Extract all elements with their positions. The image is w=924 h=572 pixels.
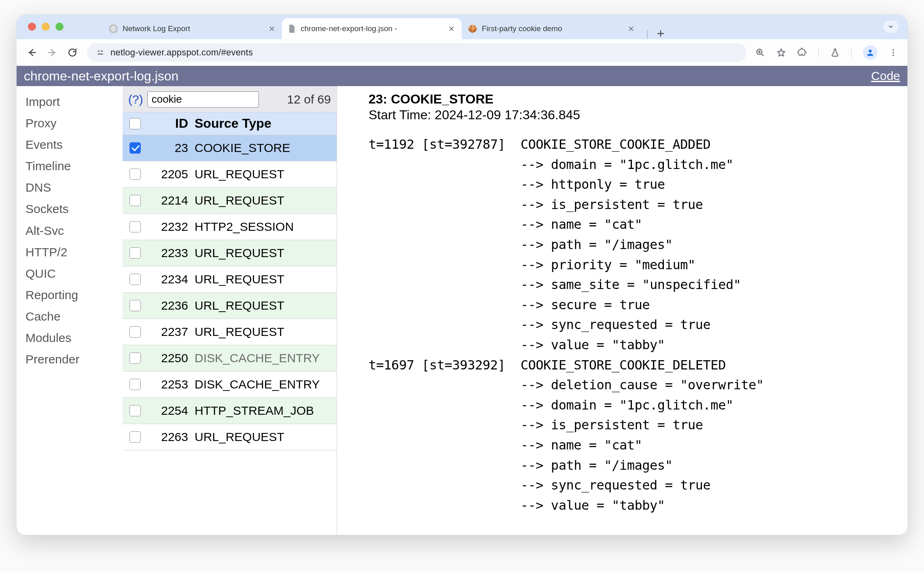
bookmark-star-icon[interactable] — [776, 48, 786, 57]
table-row[interactable]: 2214URL_REQUEST — [123, 188, 337, 214]
row-id: 2232 — [148, 220, 191, 234]
table-row[interactable]: 23COOKIE_STORE — [123, 135, 337, 161]
row-id: 2254 — [148, 404, 191, 418]
toolbar: netlog-viewer.appspot.com/#events — [17, 39, 907, 66]
row-checkbox[interactable] — [129, 195, 141, 206]
detail-log: t=1192 [st=392787] COOKIE_STORE_COOKIE_A… — [369, 135, 907, 515]
tab-separator: | — [646, 28, 648, 39]
sidenav-item-prerender[interactable]: Prerender — [25, 348, 123, 370]
profile-avatar[interactable] — [863, 45, 877, 60]
tab-active[interactable]: chrome-net-export-log.json - — [282, 18, 462, 39]
back-button[interactable] — [26, 47, 38, 58]
row-id: 23 — [148, 141, 191, 155]
site-settings-icon[interactable] — [96, 48, 105, 57]
table-row[interactable]: 2236URL_REQUEST — [123, 293, 337, 319]
row-checkbox[interactable] — [129, 169, 141, 180]
row-id: 2214 — [148, 194, 191, 207]
row-source-type: URL_REQUEST — [191, 167, 337, 181]
svg-point-4 — [869, 49, 871, 52]
separator — [851, 47, 852, 58]
events-table-header: ID Source Type — [123, 112, 337, 135]
row-source-type: DISK_CACHE_ENTRY — [191, 351, 337, 365]
sidenav-item-import[interactable]: Import — [25, 91, 123, 112]
reload-button[interactable] — [67, 47, 78, 58]
row-checkbox[interactable] — [129, 274, 141, 285]
page-title: chrome-net-export-log.json — [24, 69, 871, 84]
filter-help-link[interactable]: (?) — [128, 93, 143, 106]
sidenav-item-reporting[interactable]: Reporting — [25, 284, 123, 306]
tab-label: Network Log Export — [123, 24, 263, 33]
row-checkbox[interactable] — [129, 300, 141, 311]
events-rows: 23COOKIE_STORE2205URL_REQUEST2214URL_REQ… — [123, 135, 337, 535]
select-all-checkbox[interactable] — [129, 118, 141, 129]
row-id: 2250 — [148, 351, 191, 365]
close-window-button[interactable] — [28, 23, 36, 31]
table-row[interactable]: 2205URL_REQUEST — [123, 161, 337, 188]
separator — [818, 47, 819, 58]
close-icon[interactable] — [268, 25, 276, 32]
detail-title: 23: COOKIE_STORE — [369, 92, 907, 107]
table-row[interactable]: 2233URL_REQUEST — [123, 240, 337, 266]
row-id: 2236 — [148, 299, 191, 312]
window-controls — [28, 23, 64, 31]
row-checkbox[interactable] — [129, 405, 141, 416]
row-id: 2237 — [148, 325, 191, 339]
col-header-id[interactable]: ID — [148, 116, 191, 131]
labs-flask-icon[interactable] — [830, 48, 840, 57]
minimize-window-button[interactable] — [42, 23, 50, 31]
table-row[interactable]: 2254HTTP_STREAM_JOB — [123, 398, 337, 424]
kebab-menu-icon[interactable] — [889, 48, 898, 57]
document-icon — [288, 24, 296, 33]
row-checkbox[interactable] — [129, 326, 141, 338]
row-source-type: URL_REQUEST — [191, 325, 337, 339]
row-checkbox[interactable] — [129, 431, 141, 443]
row-source-type: URL_REQUEST — [191, 194, 337, 207]
table-row[interactable]: 2253DISK_CACHE_ENTRY — [123, 371, 337, 398]
tab-inactive-1[interactable]: Network Log Export — [102, 18, 282, 39]
table-row[interactable]: 2232HTTP2_SESSION — [123, 214, 337, 240]
sidenav-item-quic[interactable]: QUIC — [25, 263, 123, 284]
tabs-dropdown-button[interactable] — [883, 21, 899, 33]
forward-button[interactable] — [47, 47, 58, 58]
row-checkbox[interactable] — [129, 247, 141, 259]
new-tab-button[interactable] — [656, 29, 665, 38]
detail-start-time: Start Time: 2024-12-09 17:34:36.845 — [369, 108, 907, 122]
address-bar[interactable]: netlog-viewer.appspot.com/#events — [87, 43, 746, 62]
table-row[interactable]: 2237URL_REQUEST — [123, 319, 337, 345]
sidenav-item-proxy[interactable]: Proxy — [25, 112, 123, 134]
browser-window: Network Log Export chrome-net-export-log… — [16, 15, 908, 535]
row-checkbox[interactable] — [129, 142, 141, 154]
table-row[interactable]: 2250DISK_CACHE_ENTRY — [123, 345, 337, 371]
row-checkbox[interactable] — [129, 352, 141, 364]
zoom-icon[interactable] — [755, 48, 765, 57]
sidenav-item-timeline[interactable]: Timeline — [25, 155, 123, 177]
extensions-icon[interactable] — [797, 48, 807, 57]
toolbar-right-icons — [755, 45, 898, 60]
sidenav-item-cache[interactable]: Cache — [25, 306, 123, 327]
sidenav: Import Proxy Events Timeline DNS Sockets… — [17, 86, 123, 535]
row-source-type: URL_REQUEST — [191, 299, 337, 312]
filter-input[interactable] — [147, 91, 259, 108]
row-source-type: HTTP_STREAM_JOB — [191, 404, 337, 418]
close-icon[interactable] — [627, 25, 635, 32]
table-row[interactable]: 2263URL_REQUEST — [123, 424, 337, 450]
row-checkbox[interactable] — [129, 379, 141, 390]
sidenav-item-modules[interactable]: Modules — [25, 327, 123, 348]
page-header: chrome-net-export-log.json Code — [17, 66, 907, 86]
sidenav-item-dns[interactable]: DNS — [25, 177, 123, 198]
tab-label: First-party cookie demo — [482, 24, 623, 33]
close-icon[interactable] — [448, 25, 455, 32]
table-row[interactable]: 2234URL_REQUEST — [123, 266, 337, 293]
row-source-type: URL_REQUEST — [191, 246, 337, 260]
zoom-window-button[interactable] — [55, 23, 64, 31]
sidenav-item-http2[interactable]: HTTP/2 — [25, 241, 123, 263]
sidenav-item-alt-svc[interactable]: Alt-Svc — [25, 220, 123, 241]
row-checkbox[interactable] — [129, 221, 141, 232]
row-source-type: DISK_CACHE_ENTRY — [191, 378, 337, 391]
sidenav-item-events[interactable]: Events — [25, 134, 123, 155]
sidenav-item-sockets[interactable]: Sockets — [25, 198, 123, 220]
tab-inactive-2[interactable]: 🍪 First-party cookie demo — [462, 18, 641, 39]
col-header-source-type[interactable]: Source Type — [191, 116, 337, 131]
row-id: 2205 — [148, 167, 191, 181]
code-link[interactable]: Code — [871, 69, 900, 83]
